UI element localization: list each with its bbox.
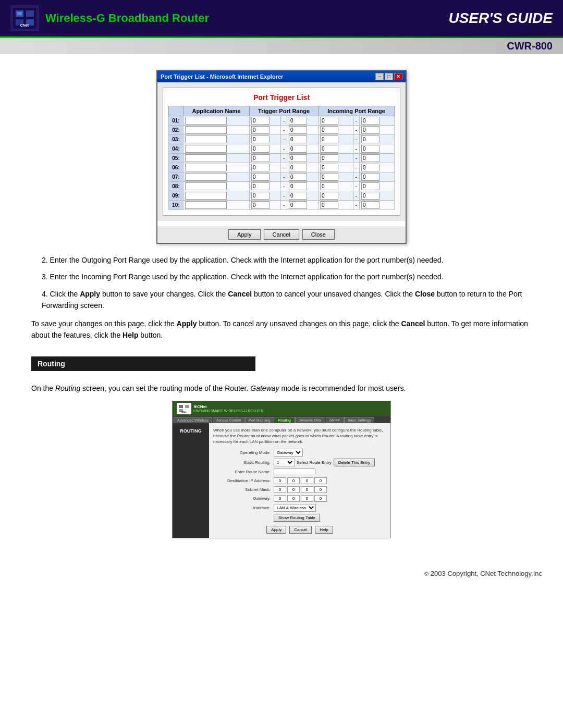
show-routing-table-button[interactable]: Show Routing Table xyxy=(274,514,320,522)
trig-start-input[interactable] xyxy=(251,117,270,125)
trig-start-input[interactable] xyxy=(251,201,270,209)
gateway-1[interactable] xyxy=(274,495,286,502)
app-name-input[interactable] xyxy=(185,126,227,134)
trig-start-input[interactable] xyxy=(251,126,270,134)
router-nav-tab[interactable]: Access Control xyxy=(213,417,244,423)
trig-end-input[interactable] xyxy=(289,135,307,143)
router-help-button[interactable]: Help xyxy=(315,526,333,534)
app-name-input[interactable] xyxy=(185,135,227,143)
operating-mode-select[interactable]: Gateway xyxy=(274,449,303,456)
trig-start-input[interactable] xyxy=(251,182,270,190)
trig-start-input[interactable] xyxy=(251,173,270,181)
trig-end-input[interactable] xyxy=(289,192,307,200)
app-name-input[interactable] xyxy=(185,145,227,153)
destination-ip-group xyxy=(274,477,327,484)
route-name-input[interactable] xyxy=(274,468,315,475)
router-form: When you use more than one computer on a… xyxy=(209,423,390,538)
inc-start-cell xyxy=(319,154,353,163)
dest-ip-1[interactable] xyxy=(274,477,286,484)
inc-end-input[interactable] xyxy=(361,164,380,171)
app-name-cell xyxy=(183,163,250,172)
router-nav-tab[interactable]: SNMP xyxy=(326,417,344,423)
trig-end-input[interactable] xyxy=(289,126,307,134)
minimize-button[interactable]: ─ xyxy=(375,73,384,80)
static-routing-row: Static Routing: 1 — Select Route Entry D… xyxy=(213,459,386,466)
app-name-input[interactable] xyxy=(185,173,227,181)
inc-end-input[interactable] xyxy=(361,135,380,143)
subnet-2[interactable] xyxy=(287,486,300,493)
inc-start-input[interactable] xyxy=(320,145,338,153)
router-apply-button[interactable]: Apply xyxy=(266,526,286,534)
router-cancel-button[interactable]: Cancel xyxy=(289,526,312,534)
dest-ip-2[interactable] xyxy=(287,477,300,484)
trig-start-input[interactable] xyxy=(251,145,270,153)
inc-end-input[interactable] xyxy=(361,192,380,200)
router-nav-tab[interactable]: Port Mapping xyxy=(245,417,274,423)
router-nav-tab[interactable]: Dynamic DNS xyxy=(295,417,325,423)
inc-end-input[interactable] xyxy=(361,154,380,162)
app-name-input[interactable] xyxy=(185,164,227,171)
trig-end-input[interactable] xyxy=(289,201,307,209)
trig-start-input[interactable] xyxy=(251,135,270,143)
inc-end-input[interactable] xyxy=(361,117,380,125)
inc-start-input[interactable] xyxy=(320,173,338,181)
inc-start-input[interactable] xyxy=(320,126,338,134)
inc-start-input[interactable] xyxy=(320,192,338,200)
cancel-button[interactable]: Cancel xyxy=(264,229,299,240)
delete-entry-button[interactable]: Delete This Entry xyxy=(334,459,375,466)
app-name-input[interactable] xyxy=(185,117,227,125)
trig-end-input[interactable] xyxy=(289,117,307,125)
table-row: 04: - - xyxy=(169,144,395,154)
maximize-button[interactable]: □ xyxy=(385,73,393,80)
subnet-3[interactable] xyxy=(301,486,313,493)
close-window-button[interactable]: ✕ xyxy=(394,73,402,80)
inc-start-input[interactable] xyxy=(320,154,338,162)
router-nav-tab[interactable]: Advanced Wireless xyxy=(174,417,212,423)
inc-end-input[interactable] xyxy=(361,201,380,209)
inc-start-input[interactable] xyxy=(320,135,338,143)
trig-end-input[interactable] xyxy=(289,173,307,181)
app-name-input[interactable] xyxy=(185,192,227,200)
router-screenshot: CNet ※CNet CWR-800 SMART WIRELESS-G ROUT… xyxy=(172,401,391,539)
trig-end-input[interactable] xyxy=(289,182,307,190)
dest-ip-3[interactable] xyxy=(301,477,313,484)
static-routing-select[interactable]: 1 — xyxy=(274,459,295,466)
inc-start-input[interactable] xyxy=(320,164,338,171)
trig-start-input[interactable] xyxy=(251,192,270,200)
inc-start-input[interactable] xyxy=(320,117,338,125)
inc-end-input[interactable] xyxy=(361,182,380,190)
row-number: 02: xyxy=(169,126,183,135)
trig-start-input[interactable] xyxy=(251,154,270,162)
close-button[interactable]: Close xyxy=(302,229,335,240)
gateway-2[interactable] xyxy=(287,495,300,502)
router-bottom-buttons: Apply Cancel Help xyxy=(213,526,386,534)
app-name-input[interactable] xyxy=(185,154,227,162)
copyright-symbol: © xyxy=(424,571,429,577)
router-nav-tab[interactable]: Basic Settings xyxy=(344,417,374,423)
trig-start-input[interactable] xyxy=(251,164,270,171)
dest-ip-4[interactable] xyxy=(314,477,327,484)
trig-end-input[interactable] xyxy=(289,154,307,162)
inc-end-input[interactable] xyxy=(361,173,380,181)
app-name-input[interactable] xyxy=(185,182,227,190)
inc-end-input[interactable] xyxy=(361,126,380,134)
inc-end-cell xyxy=(360,126,395,135)
router-nav-tab[interactable]: Routing xyxy=(275,417,295,423)
show-routing-row: Show Routing Table xyxy=(213,514,386,522)
trig-end-input[interactable] xyxy=(289,164,307,171)
app-name-cell xyxy=(183,154,250,163)
row-number: 05: xyxy=(169,154,183,163)
interface-select[interactable]: LAN & Wireless xyxy=(274,504,316,512)
trig-end-input[interactable] xyxy=(289,145,307,153)
subnet-4[interactable] xyxy=(314,486,327,493)
gateway-3[interactable] xyxy=(301,495,313,502)
inc-end-cell xyxy=(360,201,395,210)
p4-apply: Apply xyxy=(80,290,100,298)
inc-start-input[interactable] xyxy=(320,201,338,209)
app-name-input[interactable] xyxy=(185,201,227,209)
inc-end-input[interactable] xyxy=(361,145,380,153)
gateway-4[interactable] xyxy=(314,495,327,502)
inc-start-input[interactable] xyxy=(320,182,338,190)
subnet-1[interactable] xyxy=(274,486,286,493)
apply-button[interactable]: Apply xyxy=(228,229,261,240)
